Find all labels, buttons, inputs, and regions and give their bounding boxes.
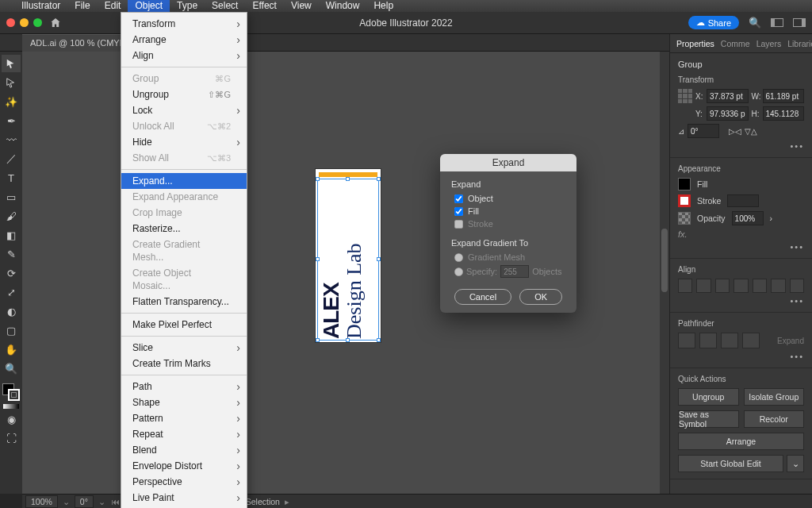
opacity-icon[interactable] — [678, 212, 691, 225]
w-input[interactable]: 61.189 pt — [763, 89, 805, 103]
selection-tool-icon[interactable] — [2, 55, 21, 72]
menu-edit[interactable]: Edit — [98, 0, 128, 12]
menu-item[interactable]: Rasterize... — [121, 221, 247, 237]
zoom-field[interactable]: 100% — [25, 495, 58, 508]
fill-color-swatch[interactable] — [678, 178, 691, 190]
menu-item[interactable]: Lock — [121, 102, 247, 118]
pen-tool-icon[interactable]: ✒ — [2, 112, 21, 129]
menu-window[interactable]: Window — [319, 0, 367, 12]
reference-point-icon[interactable] — [678, 89, 692, 103]
eyedropper-tool-icon[interactable]: ✎ — [2, 245, 21, 263]
tab-comments[interactable]: Comme — [718, 39, 753, 48]
more-options-icon[interactable]: ••• — [678, 293, 804, 306]
ok-button[interactable]: OK — [519, 289, 562, 305]
y-input[interactable]: 97.9336 p — [707, 106, 749, 121]
type-tool-icon[interactable]: T — [2, 169, 21, 187]
menu-item[interactable]: Transform — [121, 16, 247, 32]
stroke-weight-input[interactable] — [727, 194, 759, 207]
menu-item[interactable]: Repeat — [121, 426, 247, 442]
more-options-icon[interactable]: ••• — [678, 348, 804, 361]
flip-h-icon[interactable]: ▷◁ — [729, 127, 741, 136]
align-top-icon[interactable] — [733, 279, 748, 293]
tab-properties[interactable]: Properties — [673, 39, 718, 48]
menu-item[interactable]: Live Paint — [121, 490, 247, 506]
align-bottom-icon[interactable] — [771, 279, 785, 293]
drawmode-icon[interactable]: ◉ — [2, 410, 21, 428]
rotate-tool-icon[interactable]: ⟳ — [2, 264, 21, 282]
menu-item[interactable]: Pattern — [121, 410, 247, 426]
recolor-button[interactable]: Recolor — [744, 410, 805, 428]
window-minimize-icon[interactable] — [20, 18, 29, 27]
curvature-tool-icon[interactable]: 〰 — [2, 131, 21, 148]
stroke-swatch-icon[interactable] — [8, 389, 20, 401]
opacity-input[interactable]: 100% — [732, 211, 764, 225]
menu-object[interactable]: Object — [128, 0, 170, 12]
expand-fill-checkbox[interactable]: Fill — [454, 206, 565, 216]
menu-effect[interactable]: Effect — [245, 0, 283, 12]
align-hcenter-icon[interactable] — [696, 279, 710, 293]
align-vcenter-icon[interactable] — [753, 279, 767, 293]
scrollbar-thumb[interactable] — [661, 229, 668, 292]
menu-item[interactable]: Path — [121, 379, 247, 394]
more-options-icon[interactable]: ••• — [678, 239, 804, 252]
menu-item[interactable]: Hide — [121, 134, 247, 150]
share-button[interactable]: Share — [688, 16, 739, 29]
menu-item[interactable]: Make Pixel Perfect — [121, 317, 247, 333]
rectangle-tool-icon[interactable]: ▭ — [2, 188, 21, 206]
align-more-icon[interactable] — [790, 279, 804, 293]
screenmode-icon[interactable]: ⛶ — [2, 429, 21, 447]
chevron-right-icon[interactable]: › — [770, 214, 773, 223]
chevron-down-icon[interactable]: ⌄ — [61, 497, 71, 506]
menu-item[interactable]: Slice — [121, 340, 247, 356]
start-global-edit-button[interactable]: Start Global Edit — [678, 455, 783, 472]
menu-item[interactable]: Blend — [121, 442, 247, 458]
line-tool-icon[interactable]: ／ — [2, 150, 21, 167]
align-right-icon[interactable] — [715, 279, 730, 293]
menu-help[interactable]: Help — [366, 0, 400, 12]
paintbrush-tool-icon[interactable]: 🖌 — [2, 207, 21, 225]
h-input[interactable]: 145.1128 — [763, 106, 805, 121]
selection-bounding-box[interactable] — [317, 179, 379, 341]
menu-file[interactable]: File — [67, 0, 97, 12]
rotate-view-field[interactable]: 0° — [75, 495, 94, 508]
menu-item[interactable]: Expand... — [121, 173, 247, 189]
menu-item[interactable]: Perspective — [121, 474, 247, 490]
more-options-icon[interactable]: ••• — [678, 138, 804, 151]
chevron-down-icon[interactable]: ⌄ — [97, 497, 107, 506]
menu-item[interactable]: Arrange — [121, 32, 247, 48]
direct-selection-tool-icon[interactable] — [2, 74, 21, 91]
gradient-tool-icon[interactable]: ◐ — [2, 302, 21, 320]
save-as-symbol-button[interactable]: Save as Symbol — [678, 410, 739, 428]
cancel-button[interactable]: Cancel — [454, 289, 511, 305]
vertical-scrollbar[interactable] — [660, 52, 669, 494]
align-left-icon[interactable] — [678, 279, 692, 293]
magic-wand-tool-icon[interactable]: ✨ — [2, 93, 21, 110]
menu-type[interactable]: Type — [170, 0, 205, 12]
gradient-mode-icon[interactable] — [3, 404, 19, 409]
search-icon[interactable]: 🔍 — [749, 17, 761, 29]
menu-item[interactable]: Envelope Distort — [121, 458, 247, 474]
x-input[interactable]: 37.873 pt — [707, 89, 749, 103]
menu-item[interactable]: Shape — [121, 394, 247, 410]
menu-illustrator[interactable]: Illustrator — [14, 0, 67, 12]
tab-layers[interactable]: Layers — [753, 39, 785, 48]
fill-stroke-swatches[interactable] — [2, 383, 20, 401]
window-zoom-icon[interactable] — [33, 18, 42, 27]
pathfinder-minus-icon[interactable] — [699, 333, 717, 348]
scale-tool-icon[interactable]: ⤢ — [2, 283, 21, 301]
workspace-layout-alt-icon[interactable] — [793, 18, 806, 27]
artboard[interactable]: ALEX Design Lab — [316, 169, 381, 342]
tab-libraries[interactable]: Librarie — [784, 39, 812, 48]
artboard-tool-icon[interactable]: ▢ — [2, 321, 21, 339]
window-close-icon[interactable] — [6, 18, 15, 27]
stroke-color-swatch[interactable] — [678, 194, 691, 207]
zoom-tool-icon[interactable]: 🔍 — [2, 360, 21, 377]
flip-v-icon[interactable]: ▽△ — [745, 127, 757, 136]
menu-item[interactable]: Ungroup⇧⌘G — [121, 87, 247, 102]
global-edit-dropdown-icon[interactable]: ⌄ — [787, 455, 804, 472]
menu-view[interactable]: View — [284, 0, 319, 12]
pathfinder-unite-icon[interactable] — [678, 333, 695, 348]
fx-icon[interactable]: fx. — [678, 229, 804, 239]
shapebuilder-tool-icon[interactable]: ◧ — [2, 226, 21, 244]
expand-object-checkbox[interactable]: Object — [454, 194, 565, 203]
